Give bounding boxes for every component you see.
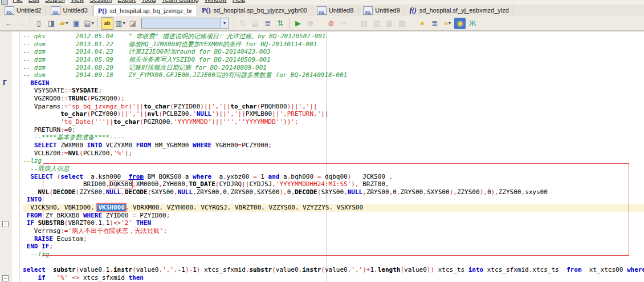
code-token: PCZY000 (242, 142, 268, 149)
code-token: dqbq00 (321, 173, 347, 180)
columns-button[interactable]: ▥▾ (115, 18, 126, 29)
tip-button[interactable]: ◉ (454, 18, 466, 29)
code-line[interactable]: IF SUBSTRB(VBRZT00,1,1)<>'2' THEN (23, 219, 644, 227)
code-token: nvl (148, 110, 159, 118)
code-line[interactable]: VSYSDATE:=SYSDATE; (23, 87, 644, 95)
chevron-down-icon[interactable]: ▾ (123, 18, 125, 29)
chevron-down-icon[interactable]: ▾ (66, 18, 68, 29)
open-file-button[interactable]: ▰▾ (58, 18, 70, 29)
code-line[interactable]: 'to_Date('''||to_char(PGZRQ00,'YYYYMMDD'… (23, 118, 644, 126)
code-token: ( (272, 266, 276, 273)
code-line[interactable]: BEGIN (23, 79, 644, 87)
menu-item-help[interactable]: Help (230, 0, 248, 4)
eraser-button[interactable]: ◪ (127, 18, 138, 29)
save-db-button[interactable]: ▤▾ (83, 18, 95, 29)
code-token: VZYZZYS (299, 204, 329, 211)
bug-icon: Ж (469, 18, 476, 29)
code-line[interactable]: -- dsm 2014.04.23 计算JZJE00时加round for BQ… (23, 48, 644, 56)
menu-item-session[interactable]: Session (87, 0, 115, 4)
code-token: ',' (211, 103, 223, 110)
menu-item-file[interactable]: File (10, 0, 26, 4)
menu-item-export[interactable]: Export (115, 0, 138, 4)
code-line[interactable]: --lzg (23, 157, 644, 165)
chevron-down-icon[interactable]: ▾ (220, 19, 229, 27)
code-snippet-combo[interactable]: ▾ (141, 18, 229, 29)
chevron-down-icon[interactable]: ▾ (92, 18, 94, 29)
code-line[interactable]: --****基本参数准备****---- (23, 134, 644, 142)
new-document-icon: ▯ (36, 18, 40, 29)
debug-button[interactable]: Ж (467, 18, 478, 29)
tab-untitled3[interactable]: SQLUntitled3 (46, 5, 92, 16)
code-line[interactable]: NVL(DECODE(ZZYS00,NULL,DECODE(SXYS00,NUL… (23, 188, 644, 196)
fold-collapse-icon[interactable]: − (2, 275, 9, 281)
jump-button[interactable]: »▾ (442, 18, 453, 29)
code-line[interactable]: RAISE Ecustom; (23, 235, 644, 243)
code-text-area[interactable]: -- qks 2012.05.04 " 非收费" 描述说明的记账项目: 允许过账… (19, 31, 644, 282)
code-line[interactable]: -- dsm 2014.05.09 相关业务表写入YSZID0 for BQ-2… (23, 56, 644, 64)
stack-icon: ≣ (265, 18, 271, 29)
schema-browser-button[interactable]: ≣ (262, 18, 274, 29)
code-line[interactable] (23, 259, 644, 267)
code-editor[interactable]: -- qks 2012.05.04 " 非收费" 描述说明的记账项目: 允许过账… (0, 31, 644, 282)
code-token: || (272, 110, 279, 118)
code-line[interactable]: --取病人信息 (23, 165, 644, 173)
code-line[interactable]: VGZRQ00:=TRUNC(PGZRQ00); (23, 95, 644, 103)
toolbar-separator (97, 18, 98, 29)
code-line[interactable]: -- dsm 2014.09.18 ZY_FYMX00.GFJE00,JZJE0… (23, 71, 644, 79)
code-token: --****基本参数准备****---- (23, 134, 125, 141)
tab-untitled2[interactable]: SQLUntitled2 (0, 5, 46, 16)
code-line[interactable]: END IF; (23, 243, 644, 251)
new-file-button[interactable]: ▯ (33, 18, 44, 29)
code-line[interactable]: VJCKSH0, VBRID00, VKSH000, VBRXM00, VZYH… (23, 204, 644, 212)
code-line[interactable]: --lzg (23, 251, 644, 259)
code-token (23, 118, 60, 126)
execute-button[interactable]: ▶ (292, 18, 304, 29)
code-line[interactable]: VCLBZ00:=NVL(PCLBZ00,'%'); (23, 150, 644, 158)
describe-button[interactable]: ab (101, 17, 113, 30)
code-token: VBRXM00 (129, 204, 159, 211)
code-token: ; (49, 243, 53, 250)
code-line[interactable]: -- dsm 2014.08.20 记账时按频次日期记账 for BQ-2014… (23, 64, 644, 72)
open-folder-icon: ▰ (59, 18, 65, 29)
code-token: )|| (215, 110, 227, 118)
menu-item-view[interactable]: View (68, 0, 87, 4)
code-token: to_char (60, 110, 87, 118)
code-token: ZYID00 (102, 212, 132, 219)
outline-button[interactable]: ≣ (429, 18, 441, 29)
back-button[interactable]: ← (3, 18, 14, 29)
menu-item-search[interactable]: Search (42, 0, 68, 4)
code-line[interactable]: select substr(value0,1,instr(value0,',',… (23, 266, 644, 274)
code-line[interactable]: to_char(PCZY000)||','||nvl(PCLBZ00,'NULL… (23, 110, 644, 118)
code-token (23, 110, 60, 118)
menu-item-tools[interactable]: Tools (138, 0, 159, 4)
code-token: from (566, 266, 582, 273)
code-line[interactable]: SELECT ZWXM00 INTO VCZYXM0 FROM BM_YGBM0… (23, 142, 644, 150)
menu-item-team-coding[interactable]: Team Coding (159, 0, 202, 4)
tab-untitled8[interactable]: SQLUntitled8 (312, 5, 358, 16)
menu-item-window[interactable]: Window (202, 0, 230, 4)
code-line[interactable]: if '%' <> xtcs_sfxmid then (23, 274, 644, 282)
block-start-marker[interactable]: Γ (3, 79, 10, 87)
code-line[interactable]: PRETURN:=0; (23, 126, 644, 134)
compile-button[interactable]: ⇅ (275, 18, 286, 29)
code-token: PZYID00 (136, 212, 166, 219)
code-line[interactable]: -- dsm 2013.01.22 修改BQ_JZMX00时也要加YEXM00的… (23, 41, 644, 49)
profiler-button[interactable]: ● (417, 18, 428, 29)
new-wizard-button[interactable]: ◨ (46, 18, 57, 29)
save-button[interactable]: ▣ (71, 18, 82, 29)
tab-sd-hospital-sp-bq-yjyzzx-ygbr00[interactable]: P()sd_hospital.sp_bq_yjyzzx_ygbr00 (197, 5, 312, 16)
code-line[interactable]: FROM ZY_BRXXB0 WHERE ZYID00 = PZYID00; (23, 212, 644, 220)
menu-item-edit[interactable]: Edit (26, 0, 42, 4)
code-line[interactable]: Vparams:='sp_bq_jzxmgz_br('||to_char(PZY… (23, 103, 644, 111)
chevron-down-icon[interactable]: ▾ (449, 18, 451, 29)
tab-sd-hospital-sp-bq-jzxmgz-br[interactable]: P()sd_hospital.sp_bq_jzxmgz_br (93, 5, 197, 17)
code-line[interactable]: Verrmsg:='病人不出于在院状态，无法过账'; (23, 227, 644, 235)
code-line[interactable]: BRID00,DQKS00,XM0000,ZYH000,TO_DATE(CYDJ… (23, 180, 644, 188)
code-line[interactable]: -- qks 2012.05.04 " 非收费" 描述说明的记账项目: 允许过账… (23, 33, 644, 41)
tab-untitled9[interactable]: SQLUntitled9 (358, 5, 405, 16)
fold-collapse-icon[interactable]: − (2, 221, 9, 227)
tab-sd-hospital-sf-yj-esbxmzd-ylzd[interactable]: f()sd_hospital.sf_yj_esbxmzd_ylzd (405, 5, 514, 16)
code-token: xtcs_sfxmid (483, 266, 528, 273)
code-line[interactable]: SELECT (select a.ksh000 from BM_BQKS00 a… (23, 173, 644, 181)
cancel-button[interactable]: ⊘ (325, 18, 337, 29)
